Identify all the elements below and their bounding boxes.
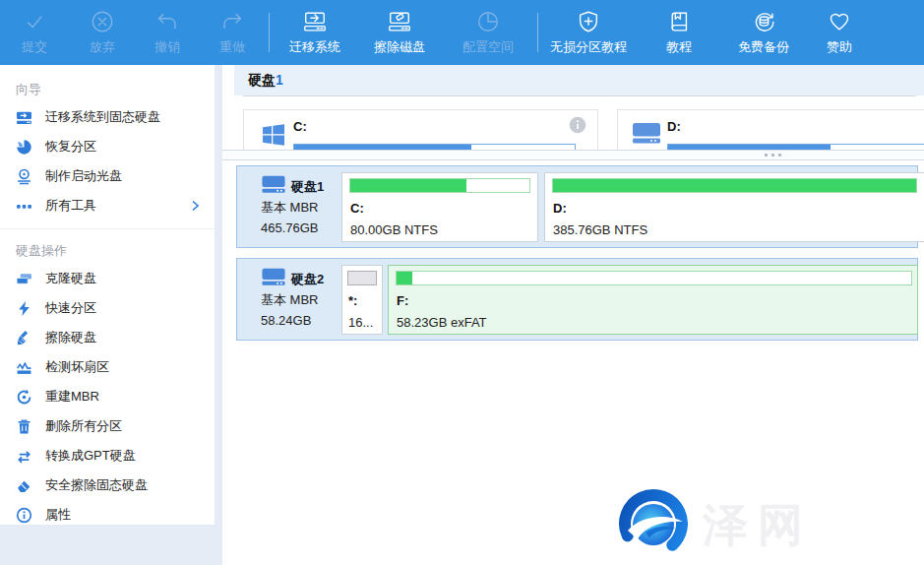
all-tools-icon <box>16 198 32 215</box>
sidebar-item-properties[interactable]: 属性 <box>0 500 215 530</box>
undo-icon <box>154 7 180 36</box>
sidebar-item-recover-partition[interactable]: 恢复分区 <box>0 132 215 161</box>
sidebar-item-clone-disk[interactable]: 克隆硬盘 <box>0 264 215 293</box>
disk-row-2[interactable]: 硬盘2 基本 MBR 58.24GB *: 16... F: 58.23GB e… <box>236 258 918 341</box>
allocate-space-icon <box>475 7 501 36</box>
disk-row-1[interactable]: 硬盘1 基本 MBR 465.76GB C: 80.00GB NTFS D: 3… <box>236 165 918 248</box>
tutorial-button[interactable]: 教程 <box>639 0 719 65</box>
partition-tutorial-label: 无损分区教程 <box>550 38 627 56</box>
sidebar-item-bad-sector[interactable]: 检测坏扇区 <box>0 352 215 382</box>
disk-type: 基本 MBR <box>261 199 319 217</box>
sidebar-item-migrate-ssd[interactable]: 迁移系统到固态硬盘 <box>0 102 215 132</box>
free-backup-label: 免费备份 <box>738 38 789 56</box>
disk-name: 硬盘1 <box>291 178 324 196</box>
submit-button[interactable]: 提交 <box>0 0 69 65</box>
partition-detail: 16... <box>348 315 373 330</box>
bootable-media-icon <box>16 168 32 185</box>
partition-usage-bar <box>349 178 530 193</box>
migrate-os-icon <box>302 7 328 36</box>
sidebar-item-label: 擦除硬盘 <box>45 329 96 346</box>
sidebar: 向导 迁移系统到固态硬盘 恢复分区 制作启动光盘 所有工具 <box>0 65 215 525</box>
sidebar-item-delete-partitions[interactable]: 删除所有分区 <box>0 411 215 441</box>
properties-icon <box>16 507 32 524</box>
sidebar-item-erase-disk[interactable]: 擦除硬盘 <box>0 323 215 352</box>
sidebar-item-label: 删除所有分区 <box>45 417 122 435</box>
clone-disk-icon <box>16 271 32 287</box>
donate-button[interactable]: 赞助 <box>808 0 871 65</box>
wipe-disk-button[interactable]: 擦除磁盘 <box>360 0 439 65</box>
tab-disk1-number: 1 <box>276 72 283 88</box>
disk-icon <box>261 175 286 198</box>
erase-disk-icon <box>16 330 32 346</box>
sidebar-item-label: 属性 <box>45 506 71 524</box>
shield-plus-icon <box>576 7 601 36</box>
partition-usage-bar <box>552 178 917 193</box>
tab-disk1[interactable]: 硬盘1 <box>234 65 924 95</box>
redo-button[interactable]: 重做 <box>199 0 266 65</box>
book-icon <box>666 7 692 36</box>
migrate-os-button[interactable]: 迁移系统 <box>270 0 360 65</box>
windows-logo-icon <box>262 123 285 151</box>
partition-usage-fill <box>397 272 412 284</box>
partition-usage-bar <box>347 271 377 285</box>
disk-type: 基本 MBR <box>261 291 319 309</box>
sidebar-item-bootable-media[interactable]: 制作启动光盘 <box>0 161 215 191</box>
partition-f-selected[interactable]: F: 58.23GB exFAT <box>388 265 918 335</box>
sidebar-item-label: 快速分区 <box>45 299 96 317</box>
disk-size: 465.76GB <box>261 220 319 235</box>
check-icon <box>22 7 47 36</box>
redo-icon <box>219 7 245 36</box>
allocate-space-button[interactable]: 配置空间 <box>439 0 537 65</box>
undo-button[interactable]: 撤销 <box>136 0 199 65</box>
free-backup-button[interactable]: 免费备份 <box>719 0 808 65</box>
partition-name: C: <box>350 201 364 216</box>
sidebar-item-all-tools[interactable]: 所有工具 <box>0 191 215 220</box>
delete-partitions-icon <box>16 418 32 435</box>
chevron-right-icon <box>187 198 203 217</box>
sidebar-item-secure-erase[interactable]: 安全擦除固态硬盘 <box>0 471 215 500</box>
sidebar-item-quick-partition[interactable]: 快速分区 <box>0 293 215 323</box>
info-icon[interactable] <box>569 116 586 138</box>
partition-d[interactable]: D: 385.76GB NTFS <box>544 172 924 242</box>
sidebar-item-label: 重建MBR <box>45 388 99 406</box>
disk-icon <box>632 122 661 149</box>
partition-detail: 58.23GB exFAT <box>397 315 487 330</box>
donate-label: 赞助 <box>827 38 852 56</box>
discard-button[interactable]: 放弃 <box>69 0 136 65</box>
watermark-logo-icon <box>616 488 691 563</box>
toolbar: 提交 放弃 撤销 重做 迁移系统 <box>0 0 924 65</box>
submit-label: 提交 <box>22 38 47 56</box>
sidebar-item-label: 迁移系统到固态硬盘 <box>45 108 160 126</box>
overview-volume-name: C: <box>293 119 307 134</box>
watermark: 泽网 <box>616 488 911 562</box>
partition-usage-fill <box>553 179 916 192</box>
overview-divider <box>243 95 916 96</box>
sidebar-item-label: 克隆硬盘 <box>45 270 96 287</box>
wipe-disk-label: 擦除磁盘 <box>374 38 425 56</box>
sidebar-item-label: 转换成GPT硬盘 <box>45 447 136 465</box>
recover-partition-icon <box>16 139 32 156</box>
sidebar-item-convert-gpt[interactable]: 转换成GPT硬盘 <box>0 441 215 471</box>
partition-tutorial-button[interactable]: 无损分区教程 <box>538 0 639 65</box>
quick-partition-icon <box>16 300 32 317</box>
watermark-text: 泽网 <box>703 495 813 556</box>
partition-name: F: <box>397 293 408 308</box>
partition-reserved[interactable]: *: 16... <box>341 265 383 335</box>
disk-icon <box>261 268 286 290</box>
partition-name: D: <box>553 201 567 216</box>
overview-volume-name: D: <box>667 119 681 134</box>
disk-size: 58.24GB <box>261 313 311 328</box>
partition-usage-bar <box>396 271 912 285</box>
tutorial-label: 教程 <box>666 38 692 56</box>
backup-icon <box>751 7 776 36</box>
splitter-handle[interactable] <box>222 150 924 160</box>
partition-detail: 385.76GB NTFS <box>553 222 647 237</box>
partition-c[interactable]: C: 80.00GB NTFS <box>341 172 538 242</box>
partition-detail: 80.00GB NTFS <box>350 222 438 237</box>
partition-name: *: <box>348 293 357 308</box>
migrate-os-label: 迁移系统 <box>289 38 340 56</box>
sidebar-item-rebuild-mbr[interactable]: 重建MBR <box>0 382 215 411</box>
migrate-ssd-icon <box>16 109 32 126</box>
discard-icon <box>90 7 115 36</box>
sidebar-item-label: 检测坏扇区 <box>45 358 109 376</box>
